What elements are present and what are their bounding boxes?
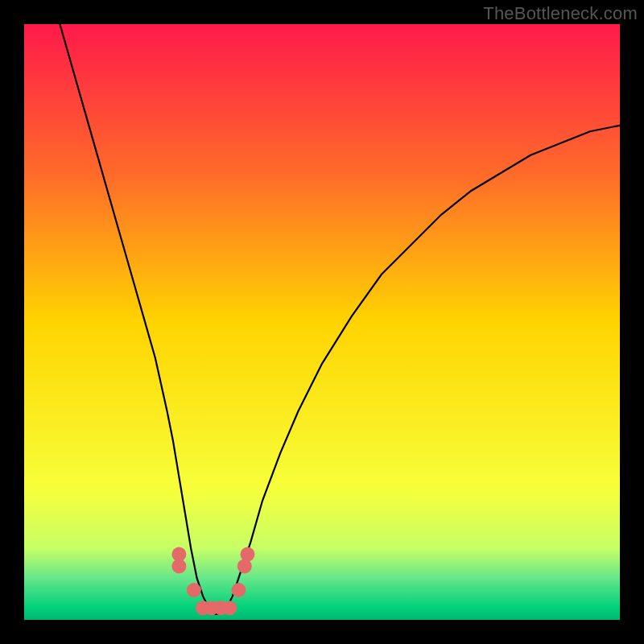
bottleneck-chart bbox=[24, 24, 620, 620]
highlight-dot bbox=[187, 583, 201, 597]
highlight-dot bbox=[231, 583, 246, 597]
highlight-dot bbox=[171, 559, 186, 573]
watermark-text: TheBottleneck.com bbox=[483, 3, 638, 24]
chart-frame bbox=[24, 24, 620, 620]
highlight-dot bbox=[241, 547, 255, 562]
highlight-dot bbox=[222, 601, 237, 615]
gradient-background bbox=[24, 24, 620, 620]
